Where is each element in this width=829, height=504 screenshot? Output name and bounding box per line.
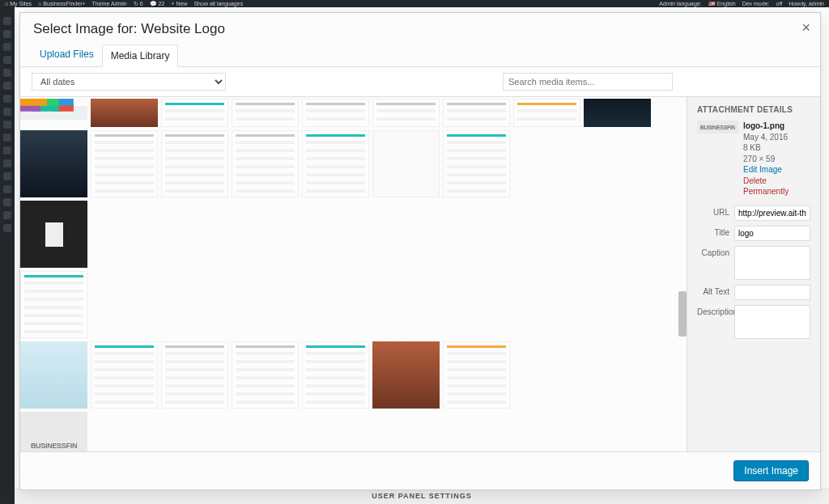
media-thumb[interactable] [20, 99, 87, 127]
details-heading: ATTACHMENT DETAILS [697, 105, 810, 114]
attachment-filesize: 8 KB [743, 142, 810, 154]
title-field[interactable] [734, 226, 810, 241]
desc-label: Description [697, 305, 734, 316]
adminbar-left: ⌂ My Sites ⌂ BusinessFinder+ Theme Admin… [5, 1, 243, 7]
adminbar-lang-label: Admin language: [659, 1, 702, 6]
caption-label: Caption [697, 246, 734, 257]
media-thumb[interactable] [91, 341, 158, 409]
wp-admin-bar: ⌂ My Sites ⌂ BusinessFinder+ Theme Admin… [0, 0, 829, 7]
media-thumb[interactable] [232, 341, 299, 409]
media-thumb[interactable] [302, 130, 369, 197]
media-thumb[interactable] [443, 99, 510, 127]
close-icon[interactable]: × [801, 19, 810, 36]
adminbar-item[interactable]: ⌂ My Sites [5, 1, 32, 6]
media-modal: × Select Image for: Website Logo Upload … [19, 12, 821, 490]
edit-image-link[interactable]: Edit Image [743, 164, 810, 176]
adminbar-item[interactable]: Show all languages [193, 1, 243, 6]
insert-image-button[interactable]: Insert Image [733, 460, 809, 481]
media-thumb[interactable] [584, 99, 651, 127]
modal-footer: Insert Image [20, 451, 820, 489]
media-thumb[interactable] [372, 341, 440, 409]
media-thumb[interactable]: BUSINESSFIN [20, 412, 87, 451]
media-grid: BUSINESSFIN BUSINESSFIN BUSINESSFIN BUSI… [20, 97, 687, 451]
media-thumb[interactable] [302, 99, 369, 127]
tab-upload-files[interactable]: Upload Files [32, 44, 102, 66]
adminbar-lang[interactable]: 🇺🇸 English [708, 1, 736, 7]
search-input[interactable] [503, 73, 673, 91]
media-thumb[interactable] [161, 99, 228, 127]
page-section-title: USER PANEL SETTINGS [15, 488, 829, 504]
media-thumb[interactable] [161, 130, 228, 197]
media-thumb[interactable] [232, 99, 299, 127]
media-thumb[interactable] [20, 201, 87, 268]
adminbar-item[interactable]: Theme Admin [92, 1, 127, 6]
adminbar-devmode-label: Dev mode: [742, 1, 770, 6]
tab-media-library[interactable]: Media Library [102, 44, 179, 67]
title-label: Title [697, 226, 734, 237]
adminbar-item[interactable]: ⌂ BusinessFinder+ [38, 1, 86, 6]
scrollbar-thumb[interactable] [678, 291, 687, 337]
media-thumb[interactable] [302, 341, 369, 409]
url-field[interactable] [734, 205, 810, 221]
caption-field[interactable] [734, 246, 810, 280]
media-thumb[interactable] [513, 99, 580, 127]
media-thumb[interactable] [443, 130, 510, 197]
attachment-filename: logo-1.png [743, 121, 810, 132]
attachment-date: May 4, 2016 [743, 132, 810, 143]
media-thumb[interactable] [91, 130, 158, 197]
attachment-thumb: BUSINESSFIN [697, 121, 738, 133]
alt-label: Alt Text [697, 285, 734, 296]
modal-tabs: Upload Files Media Library [20, 44, 820, 66]
media-thumb[interactable] [161, 341, 228, 409]
media-thumb[interactable] [443, 341, 510, 409]
attachment-dimensions: 270 × 59 [743, 154, 810, 165]
adminbar-item[interactable]: + New [171, 1, 187, 6]
attachment-details: ATTACHMENT DETAILS BUSINESSFIN logo-1.pn… [687, 97, 820, 451]
media-thumb[interactable] [20, 341, 87, 409]
adminbar-user[interactable]: Howdy, admin [789, 1, 824, 6]
alt-field[interactable] [734, 285, 810, 300]
media-thumb[interactable] [232, 130, 299, 197]
delete-permanently-link[interactable]: Delete Permanently [743, 176, 810, 197]
adminbar-right: Admin language: 🇺🇸 English Dev mode: off… [659, 1, 824, 7]
date-filter[interactable]: All dates [32, 73, 226, 91]
modal-title: Select Image for: Website Logo [20, 13, 820, 44]
adminbar-item[interactable]: 💬 22 [150, 1, 165, 7]
media-thumb[interactable] [372, 130, 440, 197]
desc-field[interactable] [734, 305, 810, 339]
media-thumb[interactable] [20, 130, 87, 197]
media-thumb[interactable] [372, 99, 440, 127]
wp-admin-sidebar [0, 7, 15, 504]
adminbar-devmode[interactable]: off [776, 1, 783, 6]
media-toolbar: All dates [20, 66, 820, 97]
attachment-meta: logo-1.png May 4, 2016 8 KB 270 × 59 Edi… [743, 121, 810, 197]
media-thumb[interactable] [91, 99, 158, 127]
media-thumb[interactable] [20, 271, 87, 338]
url-label: URL [697, 205, 734, 217]
adminbar-item[interactable]: ↻ 6 [134, 1, 143, 7]
